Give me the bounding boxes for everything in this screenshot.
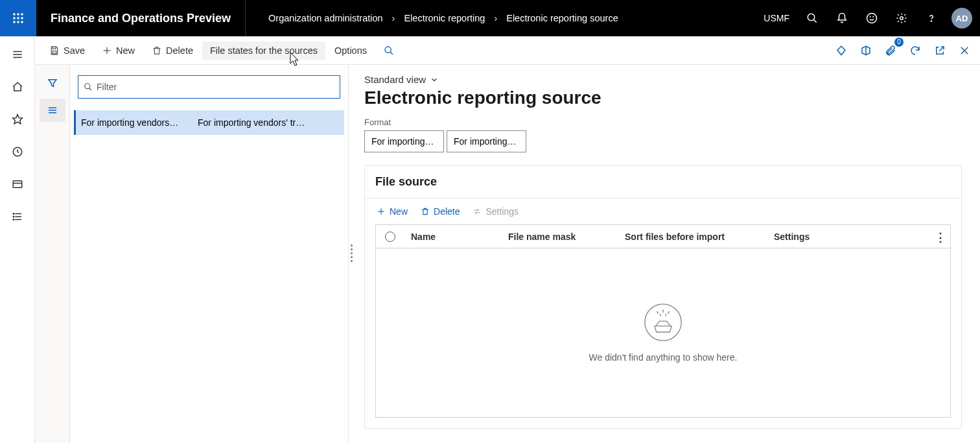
svg-line-44 <box>657 311 659 314</box>
svg-point-11 <box>867 14 877 23</box>
chevron-right-icon: › <box>392 13 395 23</box>
left-rail <box>0 36 35 443</box>
card-delete-button[interactable]: Delete <box>415 202 465 221</box>
page-search-button[interactable] <box>376 42 402 60</box>
popout-icon <box>934 45 946 56</box>
select-all-column[interactable] <box>376 232 404 242</box>
splitter[interactable] <box>349 65 354 443</box>
card-title: File source <box>365 166 961 198</box>
clock-icon <box>12 146 23 158</box>
user-avatar[interactable]: AD <box>951 8 972 29</box>
waffle-icon <box>12 12 24 24</box>
content-row: For importing vendors… For importing ven… <box>35 65 980 443</box>
favorites-button[interactable] <box>7 109 28 130</box>
header-right: USMF AD <box>756 0 980 36</box>
format-label: Format <box>364 117 962 127</box>
close-button[interactable] <box>953 39 976 62</box>
breadcrumb: Organization administration › Electronic… <box>246 13 618 23</box>
column-settings[interactable]: Settings <box>767 232 950 242</box>
modules-button[interactable] <box>7 206 28 227</box>
circle-checkbox-icon <box>385 232 395 242</box>
grid-header: Name File name mask Sort files before im… <box>376 225 950 248</box>
filter-input[interactable] <box>97 82 334 92</box>
search-button[interactable] <box>797 0 827 36</box>
format-part-2[interactable]: For importing… <box>447 130 526 152</box>
workspaces-button[interactable] <box>7 174 28 195</box>
svg-line-10 <box>813 19 817 23</box>
options-button[interactable]: Options <box>327 42 375 60</box>
new-label: New <box>116 45 135 56</box>
breadcrumb-item[interactable]: Electronic reporting <box>404 13 485 23</box>
chevron-right-icon: › <box>494 13 497 23</box>
empty-text: We didn't find anything to show here. <box>589 352 738 363</box>
svg-point-8 <box>21 21 23 23</box>
svg-point-26 <box>13 213 14 215</box>
grid-wrap: Name File name mask Sort files before im… <box>365 224 961 428</box>
notifications-button[interactable] <box>827 0 857 36</box>
breadcrumb-item[interactable]: Electronic reporting source <box>506 13 618 23</box>
home-icon <box>12 81 23 93</box>
view-selector[interactable]: Standard view <box>364 74 439 86</box>
popout-button[interactable] <box>928 39 951 62</box>
action-bar: Save New Delete File states for the sour… <box>35 36 980 65</box>
workspace-link-button[interactable] <box>830 39 853 62</box>
svg-point-9 <box>808 14 815 21</box>
svg-line-47 <box>660 314 660 317</box>
detail-pane: Standard view Electronic reporting sourc… <box>354 65 980 443</box>
settings-button[interactable] <box>887 0 916 36</box>
card-delete-label: Delete <box>434 206 460 217</box>
chevron-down-icon <box>430 75 439 84</box>
help-button[interactable] <box>916 0 946 36</box>
list-icon <box>12 211 23 222</box>
svg-point-12 <box>870 16 870 17</box>
empty-folder-icon <box>644 303 682 342</box>
svg-point-2 <box>21 13 23 16</box>
column-sort[interactable]: Sort files before import <box>618 232 767 242</box>
gear-icon <box>896 12 907 24</box>
list-row-col2: For importing vendors' tr… <box>198 117 339 128</box>
home-button[interactable] <box>7 77 28 97</box>
open-office-button[interactable] <box>854 39 878 62</box>
search-icon <box>384 45 394 56</box>
save-button[interactable]: Save <box>41 42 93 60</box>
nav-toggle-button[interactable] <box>7 44 28 65</box>
svg-point-13 <box>873 16 874 17</box>
refresh-button[interactable] <box>904 39 927 62</box>
grid-empty: We didn't find anything to show here. <box>376 248 950 417</box>
svg-line-33 <box>390 52 393 54</box>
file-states-button[interactable]: File states for the sources <box>202 42 325 60</box>
attachments-button[interactable]: 0 <box>879 39 902 62</box>
workspace-icon <box>12 178 23 190</box>
save-icon <box>49 45 60 56</box>
grid: Name File name mask Sort files before im… <box>375 224 951 418</box>
company-code[interactable]: USMF <box>756 13 797 23</box>
file-states-label: File states for the sources <box>210 45 318 56</box>
filter-box[interactable] <box>78 75 340 99</box>
filter-view-button[interactable] <box>40 71 65 95</box>
svg-point-39 <box>85 84 90 89</box>
breadcrumb-item[interactable]: Organization administration <box>268 13 383 23</box>
search-icon <box>84 82 93 91</box>
format-part-1[interactable]: For importing… <box>364 130 444 152</box>
work-area: Save New Delete File states for the sour… <box>35 36 980 443</box>
column-file-mask[interactable]: File name mask <box>502 232 618 242</box>
column-name[interactable]: Name <box>404 232 502 242</box>
attach-icon <box>885 45 896 56</box>
column-more-button[interactable]: ⋮ <box>933 230 946 245</box>
svg-point-15 <box>931 21 931 21</box>
list-row-col1: For importing vendors… <box>81 117 191 128</box>
hamburger-icon <box>12 49 23 60</box>
save-label: Save <box>64 45 85 56</box>
list-row[interactable]: For importing vendors… For importing ven… <box>74 110 344 135</box>
swap-icon <box>472 207 482 216</box>
star-icon <box>12 114 23 125</box>
app-launcher-button[interactable] <box>0 0 36 36</box>
svg-line-46 <box>668 311 670 314</box>
feedback-button[interactable] <box>857 0 887 36</box>
new-button[interactable]: New <box>94 42 143 60</box>
list-view-button[interactable] <box>40 99 65 122</box>
delete-button[interactable]: Delete <box>144 42 201 60</box>
recent-button[interactable] <box>7 141 28 162</box>
main-flex: Save New Delete File states for the sour… <box>0 36 980 443</box>
card-new-button[interactable]: New <box>371 202 413 221</box>
